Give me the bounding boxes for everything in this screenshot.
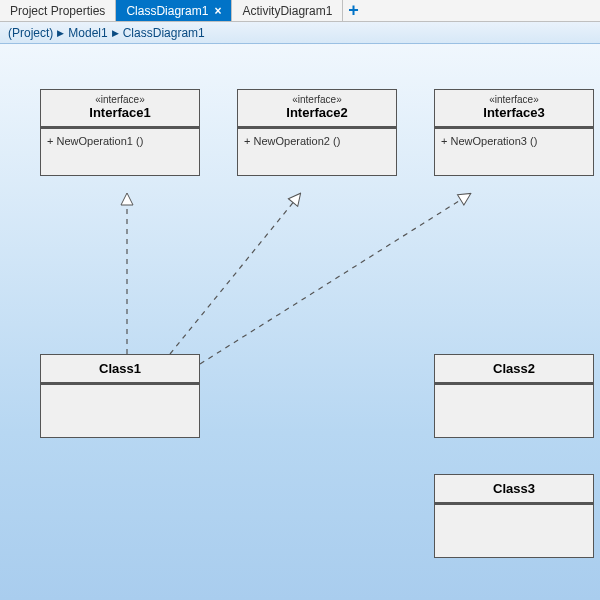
interface-header: «interface» Interface2	[238, 90, 396, 127]
tab-activity-diagram[interactable]: ActivityDiagram1	[232, 0, 343, 21]
interface2-box[interactable]: «interface» Interface2 + NewOperation2 (…	[237, 89, 397, 176]
interface-name: Interface1	[45, 105, 195, 120]
chevron-right-icon: ▶	[112, 28, 119, 38]
operation: + NewOperation2 ()	[244, 135, 390, 147]
interface-name: Interface3	[439, 105, 589, 120]
class2-box[interactable]: Class2	[434, 354, 594, 438]
members-compartment	[435, 503, 593, 557]
interface1-box[interactable]: «interface» Interface1 + NewOperation1 (…	[40, 89, 200, 176]
tab-class-diagram[interactable]: ClassDiagram1 ×	[116, 0, 232, 21]
close-icon[interactable]: ×	[214, 4, 221, 18]
class-header: Class2	[435, 355, 593, 383]
breadcrumb-project[interactable]: (Project)	[8, 26, 53, 40]
new-tab-button[interactable]: +	[343, 0, 363, 21]
interface-name: Interface2	[242, 105, 392, 120]
stereotype: «interface»	[45, 94, 195, 105]
operations-compartment: + NewOperation2 ()	[238, 127, 396, 175]
plus-icon: +	[348, 0, 359, 21]
interface-header: «interface» Interface1	[41, 90, 199, 127]
interface3-box[interactable]: «interface» Interface3 + NewOperation3 (…	[434, 89, 594, 176]
operation: + NewOperation1 ()	[47, 135, 193, 147]
tab-label: Project Properties	[10, 4, 105, 18]
stereotype: «interface»	[242, 94, 392, 105]
class-name: Class3	[441, 481, 587, 496]
breadcrumb-model[interactable]: Model1	[68, 26, 107, 40]
class3-box[interactable]: Class3	[434, 474, 594, 558]
operation: + NewOperation3 ()	[441, 135, 587, 147]
tab-label: ActivityDiagram1	[242, 4, 332, 18]
class-name: Class2	[441, 361, 587, 376]
class-header: Class3	[435, 475, 593, 503]
realization-class1-interface3	[200, 194, 470, 364]
stereotype: «interface»	[439, 94, 589, 105]
operations-compartment: + NewOperation1 ()	[41, 127, 199, 175]
realization-class1-interface2	[170, 194, 300, 354]
operations-compartment: + NewOperation3 ()	[435, 127, 593, 175]
tab-label: ClassDiagram1	[126, 4, 208, 18]
interface-header: «interface» Interface3	[435, 90, 593, 127]
members-compartment	[41, 383, 199, 437]
members-compartment	[435, 383, 593, 437]
breadcrumb: (Project) ▶ Model1 ▶ ClassDiagram1	[0, 22, 600, 44]
tab-bar: Project Properties ClassDiagram1 × Activ…	[0, 0, 600, 22]
class-header: Class1	[41, 355, 199, 383]
class-name: Class1	[47, 361, 193, 376]
breadcrumb-diagram[interactable]: ClassDiagram1	[123, 26, 205, 40]
diagram-canvas[interactable]: «interface» Interface1 + NewOperation1 (…	[0, 44, 600, 600]
chevron-right-icon: ▶	[57, 28, 64, 38]
class1-box[interactable]: Class1	[40, 354, 200, 438]
tab-project-properties[interactable]: Project Properties	[0, 0, 116, 21]
